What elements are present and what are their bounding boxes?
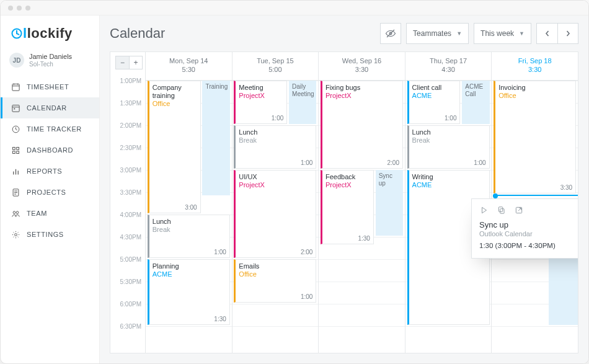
svg-point-20 <box>13 211 16 213</box>
event-title: ACME Call <box>465 83 487 98</box>
time-gutter: 1:00PM1:30PM2:00PM2:30PM3:00PM3:30PM4:00… <box>110 81 145 353</box>
event-title: Meeting <box>239 84 284 92</box>
sidebar-item-projects[interactable]: PROJECTS <box>1 182 99 203</box>
sidebar-item-label: TIMESHEET <box>27 83 69 91</box>
event-project: Break <box>239 136 313 144</box>
zoom-out-button[interactable]: − <box>115 56 129 69</box>
event-title: Writing <box>412 173 487 181</box>
calendar-event[interactable]: LunchBreak1:00 <box>148 215 230 258</box>
svg-rect-26 <box>498 207 502 212</box>
event-title: Lunch <box>153 218 227 226</box>
chevron-down-icon: ▼ <box>519 30 525 37</box>
event-title: UI/UX <box>239 173 313 181</box>
day-total: 3:30 <box>319 66 405 73</box>
page-title: Calendar <box>110 25 165 42</box>
play-icon[interactable] <box>479 205 489 215</box>
sidebar-item-settings[interactable]: SETTINGS <box>1 224 99 245</box>
day-label: Tue, Sep 15 <box>232 57 319 64</box>
projects-icon <box>11 187 20 197</box>
avatar: JD <box>9 53 24 68</box>
calendar-event[interactable]: Client callACME1:00 <box>407 81 461 124</box>
day-header-row: Mon, Sep 145:30Tue, Sep 155:00Wed, Sep 1… <box>145 52 578 81</box>
sidebar-item-reports[interactable]: REPORTS <box>1 161 99 182</box>
daterange-dropdown[interactable]: This week ▼ <box>474 23 531 44</box>
calendar-event[interactable]: Company trainingOffice3:00 <box>148 81 201 213</box>
svg-rect-1 <box>12 84 19 91</box>
event-duration: 1:00 <box>301 293 312 300</box>
day-header[interactable]: Fri, Sep 183:30 <box>491 52 578 80</box>
svg-rect-9 <box>12 147 15 149</box>
user-block[interactable]: JD Jamie Daniels Sol-Tech <box>1 50 99 76</box>
sidebar-item-calendar[interactable]: CALENDAR <box>1 97 99 118</box>
event-project: Break <box>412 136 487 144</box>
zoom-in-button[interactable]: + <box>129 56 143 69</box>
time-label: 4:00PM <box>110 211 145 234</box>
event-duration: 1:30 <box>214 316 226 322</box>
calendar-event[interactable]: Fixing bugsProjectX2:00 <box>321 81 403 169</box>
calendar-event[interactable]: FeedbackProjectX1:30 <box>321 170 374 244</box>
main: Calendar Teammates ▼ This week ▼ <box>100 16 588 363</box>
event-title: Sync up <box>379 172 401 187</box>
sidebar-item-label: PROJECTS <box>27 189 66 196</box>
event-title: Invoicing <box>498 84 573 92</box>
sidebar-item-label: DASHBOARD <box>27 146 73 154</box>
time-label: 1:30PM <box>110 100 145 122</box>
event-project: ACME <box>412 181 487 189</box>
prev-week-button[interactable] <box>536 23 557 44</box>
calendar-event[interactable]: LunchBreak1:00 <box>234 125 316 169</box>
event-popover: ✕ Sync up Outlook Calendar 1:30 (3:00PM … <box>471 198 578 259</box>
sidebar-item-timesheet[interactable]: TIMESHEET <box>1 76 99 97</box>
sidebar-item-team[interactable]: TEAM <box>1 203 99 224</box>
popover-source: Outlook Calendar <box>479 230 578 237</box>
event-duration: 3:00 <box>185 204 197 211</box>
event-project: ProjectX <box>239 92 284 100</box>
next-week-button[interactable] <box>557 23 578 44</box>
teammates-dropdown[interactable]: Teammates ▼ <box>406 23 469 44</box>
event-duration: 2:00 <box>388 159 399 166</box>
calendar-event[interactable]: Daily Meeting <box>289 81 316 124</box>
day-column[interactable]: Company trainingOffice3:00TrainingLunchB… <box>145 81 232 353</box>
copy-icon[interactable] <box>497 205 507 215</box>
sidebar-item-label: REPORTS <box>27 167 62 175</box>
day-column[interactable]: MeetingProjectX1:00Daily MeetingLunchBre… <box>232 81 319 353</box>
reports-icon <box>11 166 20 176</box>
event-title: Planning <box>153 262 227 270</box>
event-duration: 1:00 <box>272 115 283 122</box>
calendar-event[interactable]: PlanningACME1:30 <box>148 259 230 325</box>
day-header[interactable]: Mon, Sep 145:30 <box>145 52 232 80</box>
calendar-event[interactable]: EmailsOffice1:00 <box>234 259 316 303</box>
visibility-toggle-button[interactable] <box>380 23 401 44</box>
chevron-down-icon: ▼ <box>456 30 462 37</box>
day-header[interactable]: Thu, Sep 174:30 <box>405 52 492 80</box>
day-label: Fri, Sep 18 <box>492 57 578 64</box>
time-label: 3:00PM <box>110 167 145 189</box>
zoom-controls: − + <box>115 56 143 69</box>
calendar-event[interactable]: InvoicingOffice3:30 <box>494 81 576 193</box>
calendar-event[interactable]: UI/UXProjectX2:00 <box>234 170 316 258</box>
event-duration: 1:00 <box>474 159 485 166</box>
calendar-icon <box>11 103 20 113</box>
event-duration: 1:30 <box>358 235 370 242</box>
event-project: ACME <box>153 270 227 278</box>
brand-logo: llockify <box>1 22 99 50</box>
event-duration: 3:30 <box>560 184 572 191</box>
calendar-event[interactable]: Training <box>202 81 229 195</box>
event-title: Daily Meeting <box>292 83 314 98</box>
calendar-event[interactable]: Sync up <box>376 170 403 236</box>
sidebar-item-dashboard[interactable]: DASHBOARD <box>1 140 99 161</box>
calendar-event[interactable]: ACME Call <box>462 81 489 124</box>
toolbar: Teammates ▼ This week ▼ <box>380 23 578 44</box>
calendar: − + Mon, Sep 145:30Tue, Sep 155:00Wed, S… <box>110 51 578 353</box>
popover-title: Sync up <box>479 220 578 229</box>
calendar-event[interactable]: MeetingProjectX1:00 <box>234 81 287 124</box>
open-icon[interactable] <box>514 205 524 215</box>
calendar-event[interactable]: LunchBreak1:00 <box>407 125 490 169</box>
sidebar-item-clock[interactable]: TIME TRACKER <box>1 118 99 140</box>
day-header[interactable]: Wed, Sep 163:30 <box>318 52 405 80</box>
time-label: 3:30PM <box>110 189 145 211</box>
day-column[interactable]: Fixing bugsProjectX2:00FeedbackProjectX1… <box>318 81 405 353</box>
now-dot <box>493 193 498 198</box>
day-header[interactable]: Tue, Sep 155:00 <box>232 52 319 80</box>
event-title: Lunch <box>412 128 487 136</box>
event-duration: 1:00 <box>445 115 456 122</box>
